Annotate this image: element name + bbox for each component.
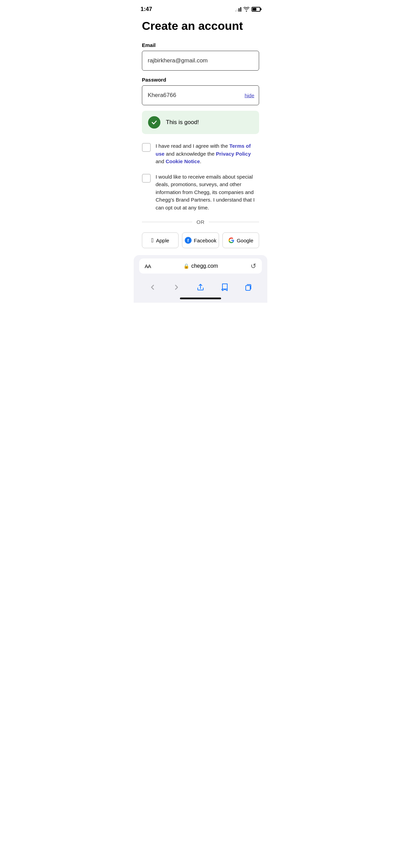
- social-buttons:  Apple f Facebook Google: [142, 232, 259, 248]
- signal-icon: [235, 7, 241, 12]
- check-circle-icon: [148, 116, 160, 129]
- or-divider: OR: [142, 219, 259, 225]
- or-label: OR: [196, 219, 205, 225]
- wifi-icon: [243, 7, 250, 12]
- page-title: Create an account: [142, 19, 259, 33]
- browser-aa-button[interactable]: AA: [145, 263, 151, 269]
- google-button-label: Google: [237, 238, 253, 243]
- browser-url[interactable]: 🔒 chegg.com: [183, 263, 218, 269]
- battery-icon: [252, 7, 260, 12]
- email-input[interactable]: [142, 51, 259, 71]
- or-line-left: [142, 222, 192, 222]
- facebook-signin-button[interactable]: f Facebook: [182, 232, 219, 248]
- facebook-button-label: Facebook: [194, 238, 217, 243]
- password-wrapper: hide: [142, 85, 259, 105]
- svg-rect-0: [246, 286, 250, 290]
- home-indicator: [134, 296, 267, 303]
- bookmarks-button[interactable]: [216, 282, 233, 293]
- lock-icon: 🔒: [183, 263, 189, 269]
- emails-checkbox[interactable]: [142, 174, 151, 183]
- bottom-nav: [134, 278, 267, 296]
- status-bar: 1:47: [134, 0, 267, 16]
- hide-password-button[interactable]: hide: [245, 93, 254, 98]
- checkbox-group: I have read and I agree with the Terms o…: [142, 142, 259, 212]
- forward-button[interactable]: [168, 282, 185, 293]
- good-message: This is good!: [166, 119, 199, 126]
- browser-bar: AA 🔒 chegg.com ↺: [134, 255, 267, 278]
- terms-checkbox[interactable]: [142, 143, 151, 152]
- home-bar: [180, 298, 221, 299]
- tabs-button[interactable]: [240, 282, 257, 293]
- status-icons: [235, 7, 260, 12]
- or-line-right: [209, 222, 259, 222]
- emails-checkbox-item: I would like to receive emails about spe…: [142, 173, 259, 212]
- browser-url-text: chegg.com: [191, 263, 218, 269]
- share-button[interactable]: [192, 282, 209, 293]
- password-good-banner: This is good!: [142, 111, 259, 134]
- apple-icon: : [151, 237, 154, 243]
- email-label: Email: [142, 42, 259, 48]
- password-label: Password: [142, 77, 259, 83]
- refresh-icon[interactable]: ↺: [251, 262, 256, 270]
- facebook-icon: f: [185, 237, 192, 244]
- apple-signin-button[interactable]:  Apple: [142, 232, 179, 248]
- apple-button-label: Apple: [156, 238, 169, 243]
- status-time: 1:47: [141, 6, 152, 13]
- browser-bar-inner: AA 🔒 chegg.com ↺: [139, 258, 262, 274]
- password-input[interactable]: [142, 85, 259, 105]
- terms-text: I have read and I agree with the Terms o…: [156, 142, 259, 166]
- google-icon: [228, 237, 234, 243]
- google-signin-button[interactable]: Google: [222, 232, 259, 248]
- cookie-link[interactable]: Cookie Notice: [166, 158, 200, 164]
- main-content: Create an account Email Password hide Th…: [134, 16, 267, 248]
- privacy-link[interactable]: Privacy Policy: [216, 151, 251, 157]
- terms-checkbox-item: I have read and I agree with the Terms o…: [142, 142, 259, 166]
- back-button[interactable]: [144, 282, 161, 293]
- emails-text: I would like to receive emails about spe…: [156, 173, 259, 212]
